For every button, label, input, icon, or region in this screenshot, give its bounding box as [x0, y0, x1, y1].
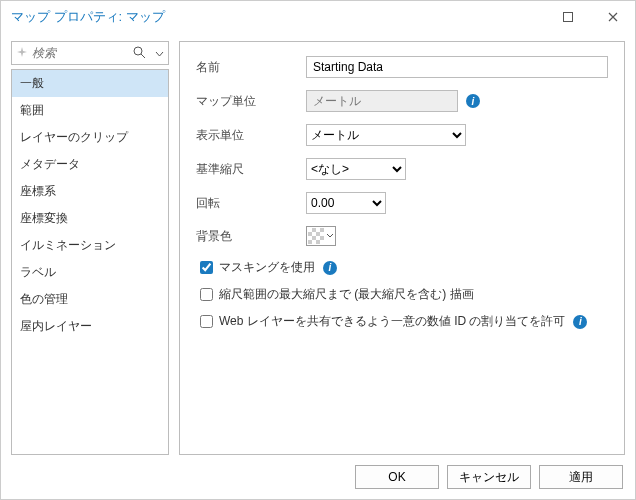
- left-panel: 一般範囲レイヤーのクリップメタデータ座標系座標変換イルミネーションラベル色の管理…: [11, 41, 169, 455]
- chk-webid-label: Web レイヤーを共有できるよう一意の数値 ID の割り当てを許可: [219, 313, 565, 330]
- chk-mask[interactable]: [200, 261, 213, 274]
- category-item[interactable]: メタデータ: [12, 151, 168, 178]
- category-item[interactable]: 座標変換: [12, 205, 168, 232]
- rotation-label: 回転: [196, 195, 306, 212]
- ref-scale-select[interactable]: <なし>: [306, 158, 406, 180]
- info-icon[interactable]: i: [573, 315, 587, 329]
- category-item[interactable]: 範囲: [12, 97, 168, 124]
- dialog-window: マップ プロパティ: マップ 一: [0, 0, 636, 500]
- category-list: 一般範囲レイヤーのクリップメタデータ座標系座標変換イルミネーションラベル色の管理…: [11, 69, 169, 455]
- titlebar: マップ プロパティ: マップ: [1, 1, 635, 33]
- sparkle-icon: [16, 46, 28, 61]
- name-input[interactable]: [306, 56, 608, 78]
- category-item[interactable]: レイヤーのクリップ: [12, 124, 168, 151]
- search-box[interactable]: [11, 41, 169, 65]
- form-panel: 名前 マップ単位 i 表示単位 メートル 基準縮尺 <なし>: [179, 41, 625, 455]
- display-unit-label: 表示単位: [196, 127, 306, 144]
- category-item[interactable]: ラベル: [12, 259, 168, 286]
- category-item[interactable]: イルミネーション: [12, 232, 168, 259]
- info-icon[interactable]: i: [323, 261, 337, 275]
- dialog-body: 一般範囲レイヤーのクリップメタデータ座標系座標変換イルミネーションラベル色の管理…: [1, 33, 635, 455]
- chk-webid[interactable]: [200, 315, 213, 328]
- chk-draw[interactable]: [200, 288, 213, 301]
- svg-point-1: [134, 47, 142, 55]
- cancel-button[interactable]: キャンセル: [447, 465, 531, 489]
- display-unit-select[interactable]: メートル: [306, 124, 466, 146]
- chevron-down-icon[interactable]: [155, 48, 164, 62]
- apply-button[interactable]: 適用: [539, 465, 623, 489]
- category-item[interactable]: 色の管理: [12, 286, 168, 313]
- ref-scale-label: 基準縮尺: [196, 161, 306, 178]
- chk-draw-label: 縮尺範囲の最大縮尺まで (最大縮尺を含む) 描画: [219, 286, 474, 303]
- close-button[interactable]: [590, 1, 635, 33]
- dialog-title: マップ プロパティ: マップ: [11, 8, 165, 26]
- info-icon[interactable]: i: [466, 94, 480, 108]
- maximize-button[interactable]: [545, 1, 590, 33]
- category-item[interactable]: 一般: [12, 70, 168, 97]
- category-item[interactable]: 座標系: [12, 178, 168, 205]
- search-icon[interactable]: [133, 46, 146, 62]
- map-unit-value: [306, 90, 458, 112]
- transparent-swatch-icon: [308, 228, 324, 244]
- ok-button[interactable]: OK: [355, 465, 439, 489]
- bgcolor-picker[interactable]: [306, 226, 336, 246]
- bgcolor-label: 背景色: [196, 228, 306, 245]
- rotation-select[interactable]: 0.00: [306, 192, 386, 214]
- name-label: 名前: [196, 59, 306, 76]
- dialog-footer: OK キャンセル 適用: [1, 455, 635, 499]
- svg-rect-0: [563, 13, 572, 22]
- category-item[interactable]: 屋内レイヤー: [12, 313, 168, 340]
- map-unit-label: マップ単位: [196, 93, 306, 110]
- chk-mask-label: マスキングを使用: [219, 259, 315, 276]
- window-controls: [545, 1, 635, 33]
